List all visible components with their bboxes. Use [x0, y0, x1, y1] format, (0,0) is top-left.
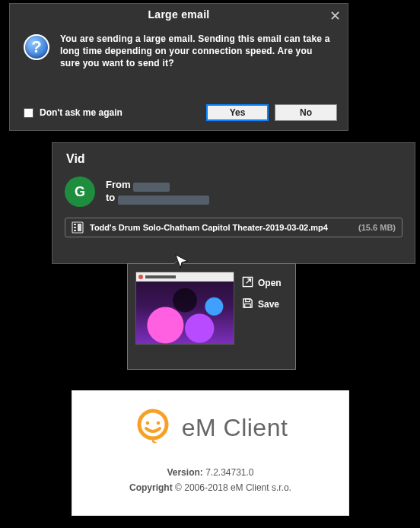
copyright-label: Copyright — [129, 482, 173, 493]
save-button[interactable]: Save — [242, 297, 282, 311]
attachment-chip[interactable]: Todd's Drum Solo-Chatham Capitol Theater… — [65, 218, 402, 237]
save-label: Save — [258, 299, 279, 310]
cursor-icon — [173, 253, 190, 269]
version-value: 7.2.34731.0 — [205, 467, 253, 478]
from-value-redacted — [133, 183, 170, 192]
svg-rect-1 — [74, 224, 76, 225]
close-icon[interactable] — [328, 8, 342, 22]
svg-point-9 — [145, 421, 149, 425]
about-dialog: eM Client Version: 7.2.34731.0 Copyright… — [72, 390, 349, 516]
copyright-row: Copyright © 2006-2018 eM Client s.r.o. — [72, 482, 348, 493]
avatar: G — [65, 177, 95, 207]
svg-point-8 — [139, 411, 167, 438]
save-icon — [242, 297, 253, 311]
dialog-message: You are sending a large email. Sending t… — [60, 33, 334, 70]
version-label: Version: — [167, 467, 202, 478]
brand-logo-icon — [133, 406, 173, 449]
to-value-redacted — [118, 196, 209, 205]
from-label: From — [106, 179, 131, 190]
dialog-title: Large email — [10, 4, 348, 22]
no-button[interactable]: No — [275, 104, 337, 121]
question-icon: ? — [24, 34, 49, 60]
attachment-size: (15.6 MB) — [358, 223, 396, 232]
open-button[interactable]: Open — [242, 276, 282, 290]
to-label: to — [106, 192, 115, 203]
email-subject: Vid — [66, 152, 402, 166]
large-email-dialog: Large email ? You are sending a large em… — [9, 3, 348, 131]
version-row: Version: 7.2.34731.0 — [72, 467, 348, 478]
email-preview: Vid G From to Todd's Drum Solo-Chatham C… — [52, 142, 415, 264]
dont-ask-label: Don't ask me again — [40, 107, 123, 118]
attachment-filename: Todd's Drum Solo-Chatham Capitol Theater… — [90, 223, 328, 232]
open-icon — [242, 276, 253, 290]
svg-point-10 — [156, 421, 160, 425]
svg-rect-6 — [246, 299, 250, 302]
brand-name: eM Client — [182, 414, 288, 442]
svg-rect-3 — [74, 230, 76, 231]
svg-rect-4 — [78, 224, 81, 231]
from-row: From — [106, 179, 209, 190]
dont-ask-checkbox[interactable]: Don't ask me again — [24, 107, 123, 118]
open-label: Open — [258, 278, 282, 288]
video-file-icon — [72, 221, 84, 234]
attachment-popover: Open Save — [127, 263, 296, 370]
yes-button[interactable]: Yes — [206, 104, 269, 121]
video-thumbnail[interactable] — [135, 272, 234, 345]
to-row: to — [106, 192, 209, 203]
copyright-value: © 2006-2018 eM Client s.r.o. — [175, 482, 291, 493]
svg-rect-2 — [74, 227, 76, 228]
checkbox-icon[interactable] — [24, 108, 33, 118]
